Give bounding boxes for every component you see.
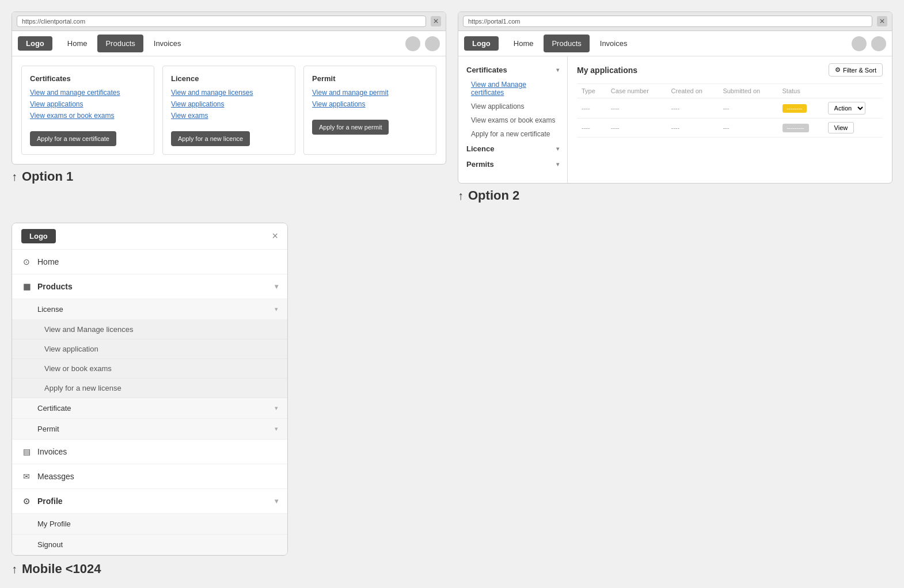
- applications-table: TypeCase numberCreated onSubmitted onSta…: [577, 83, 883, 138]
- nav-avatar-1: [405, 36, 420, 51]
- mobile-nav-home[interactable]: ⊙ Home: [12, 250, 287, 274]
- my-apps-title: My applications: [577, 66, 637, 75]
- mobile-header: Logo ×: [12, 223, 287, 250]
- mobile-license-apply[interactable]: Apply for a new license: [12, 379, 287, 398]
- sidebar-cert-apply[interactable]: Apply for a new certificate: [458, 127, 567, 141]
- product-card-link[interactable]: View applications: [30, 100, 146, 108]
- mobile-nav-profile[interactable]: ⊙ Profile ▾: [12, 489, 287, 514]
- product-card-link[interactable]: View exams or book exams: [30, 112, 146, 120]
- logo-1[interactable]: Logo: [18, 36, 52, 51]
- product-card-apply-button[interactable]: Apply for a new licence: [171, 131, 250, 146]
- nav-avatar-2: [852, 36, 867, 51]
- mobile-my-profile[interactable]: My Profile: [12, 514, 287, 534]
- product-card: CertificatesView and manage certificates…: [21, 66, 154, 155]
- url-bar-2: https://portal1.com: [463, 16, 872, 27]
- arrow-up-icon-2: ↑: [458, 189, 464, 203]
- messages-icon: ✉: [21, 471, 32, 482]
- sidebar-licence-header[interactable]: Licence ▾: [458, 141, 567, 156]
- product-card-link[interactable]: View exams: [171, 112, 287, 120]
- option1-browser: https://clientportal.com ✕ Logo Home Pro…: [12, 12, 446, 165]
- mobile-close-button[interactable]: ×: [272, 230, 278, 242]
- option2-sidebar: Certificates ▾ View and Manage certifica…: [458, 56, 568, 183]
- browser-toolbar-2: https://portal1.com ✕: [458, 12, 892, 31]
- browser-toolbar-1: https://clientportal.com ✕: [12, 12, 446, 31]
- product-card-link[interactable]: View applications: [171, 100, 287, 108]
- close-btn-2[interactable]: ✕: [877, 16, 887, 26]
- chevron-down-icon-3: ▾: [556, 161, 559, 167]
- sidebar-certificates-header[interactable]: Certificates ▾: [458, 62, 567, 78]
- filter-icon: ⚙: [835, 66, 841, 74]
- arrow-up-icon-3: ↑: [12, 563, 17, 576]
- product-card: PermitView and manage permitView applica…: [303, 66, 436, 155]
- mobile-logo[interactable]: Logo: [21, 229, 56, 243]
- option2-main: My applications ⚙ Filter & Sort TypeCase…: [568, 56, 892, 183]
- mobile-permit-header[interactable]: Permit ▾: [12, 419, 287, 440]
- chevron-down-icon-2: ▾: [556, 146, 559, 152]
- view-button[interactable]: View: [828, 122, 854, 133]
- product-card-link[interactable]: View and manage certificates: [30, 89, 146, 97]
- option1-label: ↑ Option 1: [12, 169, 446, 184]
- mobile-license-header[interactable]: License ▾: [12, 299, 287, 320]
- action-select[interactable]: Action: [828, 102, 865, 114]
- chevron-down-icon-5: ▾: [275, 306, 278, 313]
- chevron-down-icon-6: ▾: [275, 404, 278, 412]
- mobile-nav-invoices[interactable]: ▤ Invoices: [12, 440, 287, 464]
- nav-bar-2: Logo Home Products Invoices: [458, 31, 892, 56]
- product-card-apply-button[interactable]: Apply for a new permit: [312, 120, 389, 135]
- filter-sort-button[interactable]: ⚙ Filter & Sort: [829, 63, 883, 77]
- mobile-license-view-app[interactable]: View application: [12, 339, 287, 359]
- sidebar-cert-view-manage[interactable]: View and Manage certificates: [458, 78, 567, 100]
- logo-2[interactable]: Logo: [464, 36, 499, 51]
- nav-circle-3: [871, 36, 886, 51]
- product-card: LicenceView and manage licensesView appl…: [162, 66, 295, 155]
- close-btn-1[interactable]: ✕: [431, 16, 441, 26]
- mobile-certificate-header[interactable]: Certificate ▾: [12, 398, 287, 419]
- option2-browser: https://portal1.com ✕ Logo Home Products…: [458, 12, 892, 184]
- mobile-section: Logo × ⊙ Home ▦ Products ▾ License ▾ Vie…: [12, 223, 288, 576]
- table-row: ------------------------View: [577, 119, 883, 138]
- mobile-nav-list: ⊙ Home ▦ Products ▾ License ▾ View and M…: [12, 250, 287, 555]
- nav-invoices-1[interactable]: Invoices: [146, 35, 189, 52]
- product-card-link[interactable]: View applications: [312, 100, 428, 108]
- nav-products-1[interactable]: Products: [97, 35, 143, 52]
- profile-icon: ⊙: [21, 496, 32, 506]
- nav-home-2[interactable]: Home: [506, 35, 542, 52]
- product-card-apply-button[interactable]: Apply for a new certificate: [30, 131, 116, 146]
- mobile-frame: Logo × ⊙ Home ▦ Products ▾ License ▾ Vie…: [12, 223, 288, 556]
- chevron-down-icon-4: ▾: [275, 282, 278, 291]
- url-bar-1: https://clientportal.com: [17, 16, 426, 27]
- nav-invoices-2[interactable]: Invoices: [592, 35, 636, 52]
- chevron-down-icon: ▾: [556, 67, 559, 73]
- mobile-license-view-exams[interactable]: View or book exams: [12, 359, 287, 379]
- option2-label: ↑ Option 2: [458, 188, 892, 203]
- chevron-down-icon-8: ▾: [275, 497, 278, 505]
- mobile-nav-messages[interactable]: ✉ Meassges: [12, 464, 287, 489]
- invoices-icon: ▤: [21, 446, 32, 457]
- option1-content: CertificatesView and manage certificates…: [12, 56, 446, 164]
- sidebar-permits-header[interactable]: Permits ▾: [458, 156, 567, 172]
- home-icon: ⊙: [21, 257, 32, 267]
- nav-bar-1: Logo Home Products Invoices: [12, 31, 446, 56]
- status-badge: ---------: [783, 124, 809, 132]
- nav-products-2[interactable]: Products: [544, 35, 589, 52]
- products-icon: ▦: [21, 281, 32, 292]
- table-row: -----------------------Action: [577, 98, 883, 119]
- my-apps-header: My applications ⚙ Filter & Sort: [577, 63, 883, 77]
- option2-body: Certificates ▾ View and Manage certifica…: [458, 56, 892, 183]
- sidebar-cert-view-apps[interactable]: View applications: [458, 100, 567, 113]
- nav-home-1[interactable]: Home: [59, 35, 96, 52]
- chevron-down-icon-7: ▾: [275, 425, 278, 433]
- status-badge: --------: [783, 104, 807, 113]
- arrow-up-icon-1: ↑: [12, 170, 17, 184]
- mobile-license-view-manage[interactable]: View and Manage licences: [12, 320, 287, 339]
- mobile-nav-products[interactable]: ▦ Products ▾: [12, 274, 287, 299]
- mobile-label: ↑ Mobile <1024: [12, 562, 288, 576]
- sidebar-cert-view-exams[interactable]: View exams or book exams: [458, 113, 567, 127]
- product-card-link[interactable]: View and manage permit: [312, 89, 428, 97]
- product-card-link[interactable]: View and manage licenses: [171, 89, 287, 97]
- mobile-signout[interactable]: Signout: [12, 534, 287, 555]
- nav-circle-2: [425, 36, 440, 51]
